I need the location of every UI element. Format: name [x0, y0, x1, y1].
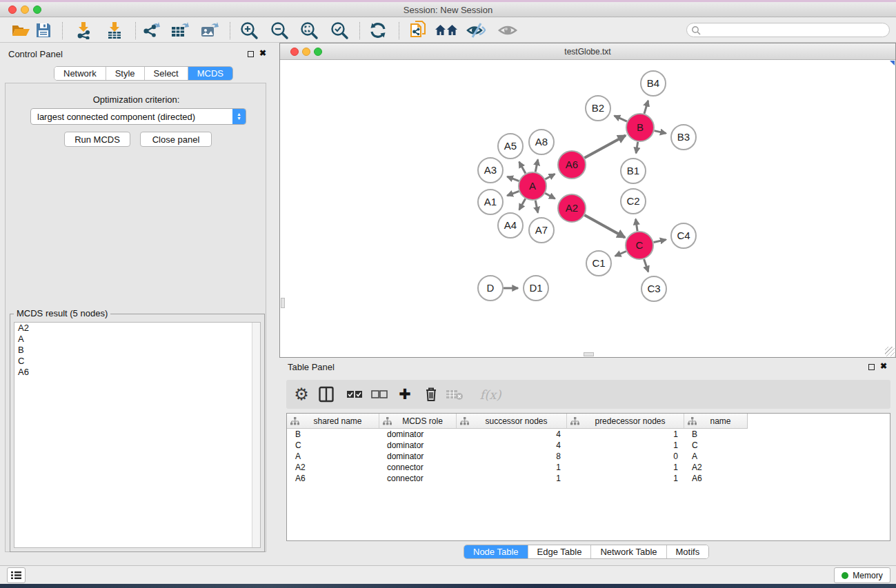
table-options-icon[interactable]: ⚙ [290, 384, 312, 405]
graph-edge-A2-C [584, 215, 625, 237]
table-cell: B [287, 429, 379, 439]
graph-node-A6[interactable]: A6 [558, 151, 586, 179]
svg-text:A3: A3 [484, 164, 497, 176]
network-canvas[interactable]: B4B2BB3A8A5A6A3B1AC2A1A2A4A7C4CC1C3DD1 [280, 61, 895, 357]
memory-button[interactable]: Memory [834, 567, 890, 583]
show-hide-panels-icon[interactable] [435, 21, 458, 40]
canvas-corner-marker [890, 61, 895, 65]
graph-edge-A-A8 [535, 160, 538, 172]
graph-node-D[interactable]: D [478, 276, 503, 301]
graph-node-C3[interactable]: C3 [641, 276, 666, 301]
graph-node-A4[interactable]: A4 [498, 213, 523, 238]
graph-node-B[interactable]: B [626, 114, 654, 141]
import-network-icon[interactable] [72, 21, 95, 40]
apply-layout-icon[interactable] [366, 21, 390, 40]
graph-node-B2[interactable]: B2 [586, 96, 610, 121]
mcds-result-item[interactable]: A2 [14, 323, 260, 334]
table-tab-edge-table[interactable]: Edge Table [528, 545, 591, 558]
select-all-rows-icon[interactable] [344, 384, 366, 405]
delete-table-icon[interactable] [444, 384, 466, 405]
export-network-icon[interactable] [139, 21, 163, 40]
svg-text:A8: A8 [535, 136, 548, 148]
splitter-handle-left[interactable] [281, 298, 285, 308]
float-table-panel-icon[interactable] [868, 364, 875, 370]
graph-node-C1[interactable]: C1 [586, 251, 611, 276]
table-cell: 8 [456, 452, 566, 461]
splitter-handle-bottom[interactable] [584, 352, 594, 356]
zoom-in-icon[interactable] [237, 21, 261, 40]
export-image-icon[interactable] [198, 21, 221, 40]
float-panel-icon[interactable] [248, 51, 254, 57]
graph-node-D1[interactable]: D1 [524, 276, 548, 301]
graph-node-C2[interactable]: C2 [621, 189, 646, 214]
mcds-result-item[interactable]: A6 [14, 367, 260, 378]
table-cell: 4 [456, 429, 566, 439]
graph-node-C[interactable]: C [626, 232, 653, 259]
save-session-icon[interactable] [32, 21, 55, 40]
zoom-selected-icon[interactable] [328, 21, 351, 40]
open-file-icon[interactable] [9, 21, 32, 40]
mcds-result-item[interactable]: C [14, 356, 260, 367]
run-mcds-button[interactable]: Run MCDS [64, 132, 130, 147]
graph-node-B4[interactable]: B4 [641, 71, 666, 96]
column-header-successor-nodes[interactable]: successor nodes [456, 414, 566, 428]
table-tab-network-table[interactable]: Network Table [590, 545, 666, 558]
table-cell: A6 [684, 474, 747, 483]
column-header-shared-name[interactable]: shared name [287, 414, 379, 428]
graph-node-B1[interactable]: B1 [621, 159, 646, 183]
table-row[interactable]: Adominator80A [287, 451, 890, 462]
table-row[interactable]: A6connector11A6 [287, 473, 890, 484]
mcds-result-item[interactable]: A [14, 334, 260, 345]
table-tab-node-table[interactable]: Node Table [464, 545, 528, 558]
export-table-icon[interactable] [168, 21, 192, 40]
zoom-out-icon[interactable] [268, 21, 291, 40]
function-builder-icon[interactable]: f(x) [475, 384, 506, 405]
table-tab-motifs[interactable]: Motifs [666, 545, 709, 558]
graph-edge-B-B1 [636, 142, 638, 154]
graph-node-B3[interactable]: B3 [671, 125, 696, 150]
tab-mcds[interactable]: MCDS [188, 67, 232, 80]
graph-node-A5[interactable]: A5 [498, 134, 523, 159]
delete-rows-icon[interactable] [420, 384, 442, 405]
show-graphics-details-icon[interactable] [496, 21, 519, 40]
show-status-dialog-button[interactable] [7, 567, 26, 583]
column-header-MCDS-role[interactable]: MCDS role [379, 414, 456, 428]
tab-select[interactable]: Select [144, 67, 188, 80]
criterion-dropdown[interactable]: largest connected component (directed) ▲… [30, 108, 246, 125]
close-panel-icon[interactable]: ✖ [259, 48, 266, 58]
table-cell: 1 [566, 463, 684, 472]
graph-node-A[interactable]: A [519, 172, 546, 200]
result-list-scrollbar[interactable] [252, 323, 260, 547]
clone-network-icon[interactable] [407, 21, 430, 40]
search-input[interactable] [701, 25, 889, 36]
close-panel-button[interactable]: Close panel [140, 132, 212, 147]
graph-node-A8[interactable]: A8 [529, 130, 554, 154]
hide-graphics-details-icon[interactable] [464, 21, 488, 40]
table-cell: B [684, 429, 747, 439]
graph-node-C4[interactable]: C4 [671, 223, 696, 248]
table-cell: 1 [456, 463, 566, 472]
close-table-panel-icon[interactable]: ✖ [880, 361, 887, 371]
graph-node-A2[interactable]: A2 [558, 194, 586, 222]
resize-grip[interactable] [885, 347, 895, 356]
network-window-titlebar[interactable]: testGlobe.txt [280, 43, 895, 60]
zoom-fit-icon[interactable] [297, 21, 321, 40]
column-header-name[interactable]: name [684, 414, 747, 428]
graph-node-A3[interactable]: A3 [478, 158, 503, 183]
svg-text:D: D [487, 282, 495, 294]
import-table-icon[interactable] [103, 21, 126, 40]
tab-style[interactable]: Style [106, 67, 144, 80]
graph-node-A7[interactable]: A7 [529, 218, 554, 243]
graph-node-A1[interactable]: A1 [478, 190, 503, 214]
tab-network[interactable]: Network [54, 67, 106, 80]
search-field [686, 23, 890, 37]
mcds-result-item[interactable]: B [14, 345, 260, 356]
table-cell: A2 [684, 463, 747, 472]
table-row[interactable]: A2connector11A2 [287, 462, 890, 473]
add-row-icon[interactable]: ✚ [394, 384, 416, 405]
table-row[interactable]: Bdominator41B [287, 429, 890, 440]
show-columns-icon[interactable] [315, 384, 337, 405]
table-row[interactable]: Cdominator41C [287, 440, 890, 451]
column-header-predecessor-nodes[interactable]: predecessor nodes [566, 414, 684, 428]
deselect-all-rows-icon[interactable] [368, 384, 390, 405]
